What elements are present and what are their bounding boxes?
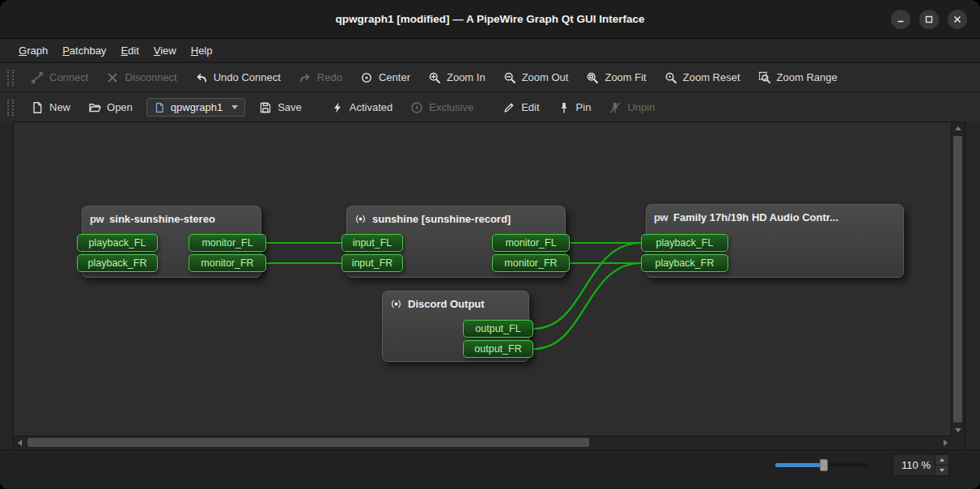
- undo-connect-button[interactable]: Undo Connect: [186, 66, 290, 89]
- port-output-fl[interactable]: output_FL: [463, 320, 533, 338]
- port-monitor-fr[interactable]: monitor_FR: [189, 254, 266, 272]
- connect-label: Connect: [49, 71, 88, 83]
- graph-viewport[interactable]: pw sink-sunshine-stereo sunshine [sunshi…: [14, 122, 952, 436]
- pin-icon: [558, 101, 571, 114]
- port-input-fl[interactable]: input_FL: [342, 234, 403, 252]
- disconnect-icon: [106, 71, 119, 84]
- activated-label: Activated: [350, 101, 392, 113]
- horizontal-scroll-handle[interactable]: [28, 438, 589, 447]
- pin-button[interactable]: Pin: [549, 96, 600, 119]
- redo-button[interactable]: Redo: [290, 66, 351, 89]
- port-playback-fr[interactable]: playback_FR: [641, 254, 728, 272]
- open-folder-icon: [88, 101, 101, 114]
- node-title: Family 17h/19h HD Audio Contr...: [673, 211, 838, 223]
- new-button[interactable]: New: [22, 96, 79, 119]
- save-button[interactable]: Save: [250, 96, 311, 119]
- center-button[interactable]: Center: [351, 66, 419, 89]
- connect-button[interactable]: Connect: [22, 66, 97, 89]
- vertical-scrollbar[interactable]: [951, 122, 965, 436]
- patchbay-toolbar: New Open qpwgraph1 Save Activated Exclus…: [0, 91, 980, 122]
- zoom-slider-fill: [775, 463, 822, 467]
- open-button[interactable]: Open: [79, 96, 142, 119]
- undo-icon: [195, 71, 208, 84]
- toolbar-drag-handle[interactable]: [7, 70, 14, 86]
- pipewire-icon: pw: [90, 213, 104, 225]
- edit-button[interactable]: Edit: [494, 96, 548, 119]
- port-monitor-fl[interactable]: monitor_FL: [189, 234, 266, 252]
- zoom-reset-label: Zoom Reset: [683, 71, 740, 83]
- port-playback-fl[interactable]: playback_FL: [641, 234, 728, 252]
- vertical-scroll-handle[interactable]: [953, 136, 962, 423]
- node-header: pw sink-sunshine-stereo: [83, 206, 261, 225]
- new-file-icon: [31, 101, 44, 114]
- connection-wires: [14, 122, 952, 436]
- node-header: sunshine [sunshine-record]: [347, 206, 565, 225]
- unpin-label: Unpin: [627, 101, 655, 113]
- horizontal-scrollbar[interactable]: [14, 436, 952, 449]
- close-button[interactable]: [948, 10, 967, 29]
- port-playback-fl[interactable]: playback_FL: [77, 234, 158, 252]
- statusbar-zoom-in-icon[interactable]: [874, 457, 889, 472]
- zoom-range-button[interactable]: Zoom Range: [749, 66, 846, 89]
- port-monitor-fl[interactable]: monitor_FL: [492, 234, 570, 252]
- app-window: qpwgraph1 [modified] — A PipeWire Graph …: [0, 0, 980, 489]
- scroll-right-arrow[interactable]: [944, 440, 948, 446]
- zoom-spinbox[interactable]: 110 %: [893, 454, 949, 476]
- node-header: Discord Output: [383, 291, 528, 310]
- menu-edit[interactable]: Edit: [113, 41, 146, 60]
- port-input-fr[interactable]: input_FR: [342, 254, 403, 272]
- edit-pencil-icon: [503, 101, 515, 114]
- activated-bolt-icon: [331, 101, 344, 114]
- zoom-out-button[interactable]: Zoom Out: [494, 66, 578, 89]
- port-output-fr[interactable]: output_FR: [463, 340, 533, 358]
- zoom-range-label: Zoom Range: [777, 71, 838, 83]
- minimize-button[interactable]: [891, 10, 910, 29]
- patchbay-file-icon: [154, 102, 165, 113]
- zoom-value[interactable]: 110 %: [893, 455, 935, 475]
- chevron-down-icon: [231, 105, 238, 109]
- activated-button[interactable]: Activated: [322, 96, 401, 119]
- graph-toolbar: Connect Disconnect Undo Connect Redo Cen…: [0, 62, 980, 91]
- menu-view[interactable]: View: [146, 41, 184, 60]
- zoom-fit-icon: [586, 71, 599, 84]
- graph-canvas[interactable]: pw sink-sunshine-stereo sunshine [sunshi…: [13, 121, 965, 450]
- exclusive-label: Exclusive: [429, 101, 473, 113]
- edit-label: Edit: [521, 101, 539, 113]
- exclusive-icon: [410, 101, 423, 114]
- zoom-in-button[interactable]: Zoom In: [419, 66, 494, 89]
- exclusive-button[interactable]: Exclusive: [401, 96, 482, 119]
- disconnect-button[interactable]: Disconnect: [97, 66, 185, 89]
- patchbay-selector[interactable]: qpwgraph1: [146, 98, 245, 117]
- zoom-in-label: Zoom In: [447, 71, 486, 83]
- menu-help[interactable]: Help: [184, 41, 220, 60]
- port-playback-fr[interactable]: playback_FR: [77, 254, 158, 272]
- maximize-button[interactable]: [919, 10, 939, 29]
- media-app-icon: [390, 298, 402, 310]
- node-title: Discord Output: [408, 298, 485, 310]
- minimize-icon: [896, 15, 906, 24]
- zoom-spin-up-button[interactable]: [935, 455, 948, 465]
- patchbay-selector-value: qpwgraph1: [171, 101, 223, 113]
- zoom-reset-button[interactable]: Zoom Reset: [655, 66, 749, 89]
- zoom-spin-down-button[interactable]: [935, 465, 948, 475]
- zoom-out-label: Zoom Out: [522, 71, 569, 83]
- redo-icon: [299, 71, 312, 84]
- scroll-left-arrow[interactable]: [18, 440, 22, 446]
- menu-graph[interactable]: Graph: [11, 41, 55, 60]
- toolbar-drag-handle[interactable]: [7, 100, 14, 116]
- statusbar-zoom-out-icon[interactable]: [755, 457, 770, 472]
- zoom-fit-button[interactable]: Zoom Fit: [577, 66, 655, 89]
- port-monitor-fr[interactable]: monitor_FR: [492, 254, 570, 272]
- connect-icon: [31, 71, 44, 84]
- unpin-button[interactable]: Unpin: [600, 96, 664, 119]
- titlebar: qpwgraph1 [modified] — A PipeWire Graph …: [0, 0, 980, 39]
- center-label: Center: [379, 71, 410, 83]
- pipewire-icon: pw: [654, 211, 668, 223]
- zoom-slider[interactable]: [775, 463, 868, 467]
- scroll-down-arrow[interactable]: [955, 428, 961, 432]
- node-title: sunshine [sunshine-record]: [372, 213, 511, 225]
- scroll-up-arrow[interactable]: [955, 126, 961, 130]
- menu-patchbay[interactable]: Patchbay: [55, 41, 113, 60]
- unpin-icon: [609, 101, 622, 114]
- zoom-slider-handle[interactable]: [820, 459, 828, 471]
